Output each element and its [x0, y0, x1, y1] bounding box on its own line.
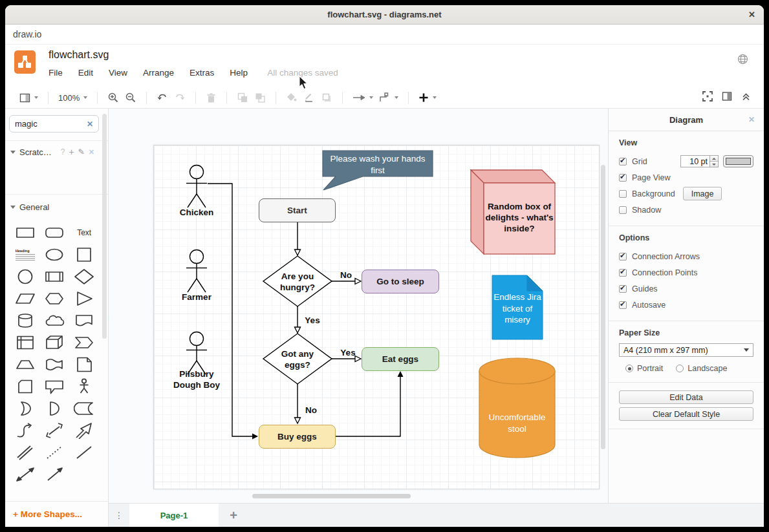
to-front-button[interactable]: [237, 92, 248, 103]
fill-color-button[interactable]: [286, 92, 298, 103]
paper-size-select[interactable]: A4 (210 mm x 297 mm): [619, 343, 753, 357]
document-title[interactable]: flowchart.svg: [49, 49, 109, 61]
edit-data-button[interactable]: Edit Data: [619, 390, 753, 404]
grid-checkbox[interactable]: [619, 158, 627, 165]
shape-bidirectional-connector[interactable]: [13, 465, 38, 484]
shape-link[interactable]: [13, 443, 38, 462]
redo-button[interactable]: [174, 92, 186, 103]
clear-search-icon[interactable]: ✕: [87, 120, 93, 129]
shape-square[interactable]: [72, 245, 96, 264]
format-panel-toggle-icon[interactable]: [722, 91, 732, 104]
drawing-canvas[interactable]: ‖: [109, 109, 608, 503]
autosave-checkbox[interactable]: [619, 301, 627, 309]
insert-button[interactable]: [418, 92, 437, 103]
zoom-in-button[interactable]: [107, 92, 119, 103]
menu-file[interactable]: File: [49, 68, 63, 78]
background-checkbox[interactable]: [619, 190, 627, 198]
scratchpad-section-header[interactable]: Scratc… ? + ✎ ✕: [5, 141, 108, 163]
menu-arrange[interactable]: Arrange: [143, 68, 174, 78]
shape-triangle[interactable]: [72, 289, 96, 308]
connection-arrows-checkbox[interactable]: [619, 253, 627, 261]
grid-color-button[interactable]: [723, 155, 753, 167]
to-back-button[interactable]: [254, 92, 266, 103]
actor-farmer[interactable]: [186, 250, 207, 293]
shape-internal-storage[interactable]: [13, 333, 38, 352]
diagram-page[interactable]: Start Go to sleep Eat eggs Buy eggs Are …: [153, 145, 600, 489]
canvas-vertical-scrollbar[interactable]: [601, 165, 605, 449]
shape-line[interactable]: [72, 443, 96, 462]
node-start[interactable]: Start: [259, 198, 336, 222]
shape-parallelogram[interactable]: [13, 289, 38, 308]
sidebar-resize-handle[interactable]: ‖: [109, 314, 110, 321]
shape-cube[interactable]: [42, 333, 67, 352]
shape-bidirectional-arrow[interactable]: [42, 421, 67, 440]
collapse-toolbar-icon[interactable]: [741, 92, 751, 104]
waypoints-button[interactable]: [379, 92, 398, 103]
shape-dashed-line[interactable]: [42, 443, 67, 462]
actor-pilsbury[interactable]: [186, 332, 207, 375]
shape-actor[interactable]: [72, 377, 96, 396]
shape-arrow[interactable]: [72, 421, 96, 440]
node-buy-eggs[interactable]: Buy eggs: [259, 425, 336, 449]
shape-hexagon[interactable]: [42, 289, 67, 308]
language-globe-icon[interactable]: [737, 54, 748, 67]
shadow-checkbox[interactable]: [619, 206, 627, 214]
shape-text[interactable]: Text: [72, 223, 96, 242]
fullscreen-icon[interactable]: [702, 91, 713, 104]
shape-cylinder[interactable]: [13, 311, 38, 330]
view-layout-button[interactable]: [19, 92, 38, 103]
portrait-radio[interactable]: [625, 365, 633, 372]
shape-callout[interactable]: [42, 377, 67, 396]
landscape-radio[interactable]: [676, 365, 684, 372]
shape-cloud[interactable]: [42, 311, 67, 330]
shape-data-storage[interactable]: [72, 399, 96, 418]
add-page-button[interactable]: +: [219, 504, 248, 527]
actor-chicken[interactable]: [186, 165, 207, 208]
format-panel-close-icon[interactable]: ✕: [748, 115, 755, 124]
shape-card[interactable]: [13, 377, 38, 396]
scratchpad-edit-icon[interactable]: ✎: [78, 147, 85, 156]
shape-and[interactable]: [42, 399, 67, 418]
shape-trapezoid[interactable]: [13, 355, 38, 374]
line-color-button[interactable]: [303, 92, 315, 103]
more-shapes-button[interactable]: + More Shapes...: [5, 501, 108, 527]
cylinder-shape[interactable]: [479, 358, 555, 458]
scratchpad-add-icon[interactable]: +: [69, 147, 74, 157]
menu-extras[interactable]: Extras: [190, 68, 214, 78]
grid-size-input[interactable]: 10 pt: [680, 155, 710, 167]
delete-button[interactable]: [206, 92, 217, 103]
shape-ellipse[interactable]: [42, 245, 67, 264]
scratchpad-help-icon[interactable]: ?: [61, 147, 65, 156]
shape-textbox[interactable]: Heading: [13, 245, 38, 264]
shape-directional-connector[interactable]: [42, 465, 67, 484]
shape-note[interactable]: [72, 355, 96, 374]
menu-help[interactable]: Help: [230, 68, 248, 78]
connection-points-checkbox[interactable]: [619, 269, 627, 277]
shadow-button[interactable]: [321, 92, 332, 103]
canvas-horizontal-scrollbar[interactable]: [252, 494, 411, 498]
menu-edit[interactable]: Edit: [78, 68, 93, 78]
guides-checkbox[interactable]: [619, 285, 627, 293]
menu-view[interactable]: View: [109, 68, 127, 78]
shape-rounded-rectangle[interactable]: [42, 223, 67, 242]
shape-circle[interactable]: [13, 267, 38, 286]
shape-rectangle[interactable]: [13, 223, 38, 242]
node-go-to-sleep[interactable]: Go to sleep: [362, 270, 439, 293]
shape-or[interactable]: [13, 399, 38, 418]
shape-search-input[interactable]: magic ✕: [9, 115, 99, 133]
shape-document[interactable]: [72, 311, 96, 330]
sidebar-scrollbar[interactable]: [102, 114, 107, 339]
shape-process[interactable]: [42, 267, 67, 286]
page-view-checkbox[interactable]: [619, 174, 627, 182]
shape-step[interactable]: [72, 333, 96, 352]
clear-default-style-button[interactable]: Clear Default Style: [619, 407, 753, 421]
undo-button[interactable]: [157, 92, 168, 103]
page-tab[interactable]: Page-1: [129, 504, 219, 527]
shape-tape[interactable]: [42, 355, 67, 374]
shape-diamond[interactable]: [72, 267, 96, 286]
window-close-icon[interactable]: ✕: [748, 10, 755, 19]
pages-menu-icon[interactable]: ⋮: [109, 504, 129, 527]
general-section-header[interactable]: General: [5, 195, 108, 218]
scratchpad-close-icon[interactable]: ✕: [89, 148, 94, 156]
connection-style-button[interactable]: [352, 93, 373, 102]
